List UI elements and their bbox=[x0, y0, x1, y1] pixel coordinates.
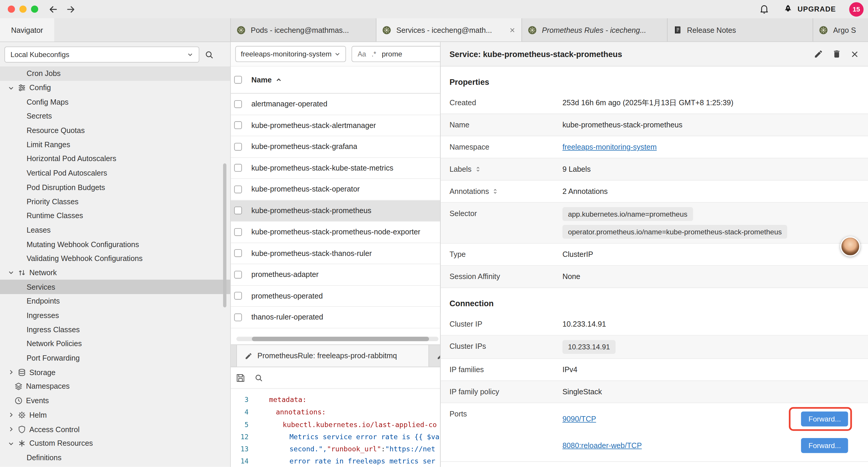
sidebar-item-network-policies[interactable]: Network Policies bbox=[0, 337, 230, 351]
sidebar-item-priority-classes[interactable]: Priority Classes bbox=[0, 195, 230, 209]
sidebar-item-label: Events bbox=[26, 397, 49, 405]
close-icon[interactable] bbox=[850, 50, 859, 59]
sidebar-item-resource-quotas[interactable]: Resource Quotas bbox=[0, 123, 230, 138]
unfold-toggle-icon[interactable] bbox=[492, 188, 498, 195]
detail-label: Created bbox=[440, 99, 562, 107]
notifications-bell-icon[interactable] bbox=[759, 4, 769, 14]
detail-row-annotations: Annotations2 Annotations bbox=[440, 181, 868, 203]
navigator-panel-header: Navigator bbox=[0, 18, 231, 42]
chevron-right-icon[interactable] bbox=[8, 426, 14, 432]
port-link[interactable]: 8080:reloader-web/TCP bbox=[562, 441, 642, 449]
sidebar-item-horizontal-pod-autoscalers[interactable]: Horizontal Pod Autoscalers bbox=[0, 152, 230, 166]
sidebar-item-access-control[interactable]: Access Control bbox=[0, 422, 230, 436]
chevron-down-icon[interactable] bbox=[8, 85, 14, 91]
save-icon[interactable] bbox=[236, 373, 245, 382]
sidebar-item-cron-jobs[interactable]: Cron Jobs bbox=[0, 66, 230, 81]
access-icon bbox=[18, 425, 26, 433]
upgrade-button[interactable]: UPGRADE bbox=[783, 4, 836, 14]
dock-tab-1[interactable]: PrometheusRule: freeleaps-prod-rabbitmq bbox=[236, 345, 429, 367]
user-avatar[interactable] bbox=[840, 236, 860, 256]
tab-2[interactable]: Services - icecheng@math... bbox=[376, 18, 522, 42]
tab-1[interactable]: Pods - icecheng@mathmas... bbox=[231, 18, 376, 42]
row-checkbox[interactable] bbox=[234, 100, 242, 108]
kubeconfig-selector[interactable]: Local Kubeconfigs bbox=[4, 47, 199, 62]
tab-4[interactable]: Release Notes bbox=[668, 18, 813, 42]
sidebar-item-custom-resources[interactable]: Custom Resources bbox=[0, 436, 230, 450]
port-forward-button[interactable]: Forward... bbox=[801, 438, 848, 453]
sidebar-item-namespaces[interactable]: Namespaces bbox=[0, 380, 230, 394]
horizontal-scrollbar[interactable] bbox=[236, 337, 438, 341]
sidebar-item-pod-disruption-budgets[interactable]: Pod Disruption Budgets bbox=[0, 180, 230, 195]
sidebar-item-config-maps[interactable]: Config Maps bbox=[0, 95, 230, 109]
sidebar-search-icon[interactable] bbox=[205, 50, 214, 59]
tab-5[interactable]: Argo S bbox=[813, 18, 868, 42]
minimize-window-button[interactable] bbox=[20, 6, 27, 13]
forward-icon[interactable] bbox=[66, 4, 76, 14]
namespace-selector[interactable]: freeleaps-monitoring-system bbox=[235, 46, 346, 62]
sidebar-item-network[interactable]: Network bbox=[0, 266, 230, 280]
sidebar-item-ingress-classes[interactable]: Ingress Classes bbox=[0, 322, 230, 337]
sidebar-item-ingresses[interactable]: Ingresses bbox=[0, 308, 230, 322]
maximize-window-button[interactable] bbox=[31, 6, 38, 13]
sidebar-item-endpoints[interactable]: Endpoints bbox=[0, 294, 230, 308]
row-checkbox[interactable] bbox=[234, 185, 242, 193]
row-checkbox[interactable] bbox=[234, 207, 242, 214]
sidebar-item-limit-ranges[interactable]: Limit Ranges bbox=[0, 138, 230, 152]
row-checkbox[interactable] bbox=[234, 271, 242, 279]
sidebar-item-helm[interactable]: Helm bbox=[0, 408, 230, 422]
select-all-checkbox[interactable] bbox=[234, 76, 242, 84]
sidebar-item-label: Port Forwarding bbox=[27, 354, 80, 362]
regex-toggle[interactable]: .* bbox=[372, 50, 376, 58]
sidebar-item-storage[interactable]: Storage bbox=[0, 365, 230, 380]
match-case-toggle[interactable]: Aa bbox=[358, 50, 366, 58]
sort-asc-icon[interactable] bbox=[276, 77, 282, 83]
sidebar-item-validating-webhook-configurations[interactable]: Validating Webhook Configurations bbox=[0, 252, 230, 266]
sidebar-item-runtime-classes[interactable]: Runtime Classes bbox=[0, 209, 230, 223]
sidebar-tree: Cron JobsConfigConfig MapsSecretsResourc… bbox=[0, 66, 230, 465]
sidebar-item-label: Network Policies bbox=[27, 340, 82, 348]
delete-icon[interactable] bbox=[832, 49, 841, 59]
tab-3[interactable]: Prometheus Rules - icecheng... bbox=[522, 18, 668, 42]
row-checkbox[interactable] bbox=[234, 228, 242, 236]
row-checkbox[interactable] bbox=[234, 121, 242, 129]
row-checkbox[interactable] bbox=[234, 164, 242, 172]
port-forward-button[interactable]: Forward... bbox=[801, 411, 848, 427]
back-icon[interactable] bbox=[48, 4, 58, 14]
content-area: Local Kubeconfigs Cron JobsConfigConfig … bbox=[0, 42, 868, 467]
edit-icon[interactable] bbox=[814, 49, 823, 59]
row-checkbox[interactable] bbox=[234, 250, 242, 257]
sidebar-item-port-forwarding[interactable]: Port Forwarding bbox=[0, 351, 230, 365]
sidebar-item-events[interactable]: Events bbox=[0, 394, 230, 408]
name-column-header[interactable]: Name bbox=[251, 76, 272, 84]
value-badge: 10.233.14.91 bbox=[562, 340, 616, 354]
sidebar-item-vertical-pod-autoscalers[interactable]: Vertical Pod Autoscalers bbox=[0, 166, 230, 180]
unfold-toggle-icon[interactable] bbox=[475, 166, 481, 172]
chevron-right-icon[interactable] bbox=[8, 369, 14, 375]
detail-value: kube-prometheus-stack-prometheus bbox=[562, 121, 868, 129]
close-window-button[interactable] bbox=[8, 6, 15, 13]
sidebar-item-services[interactable]: Services bbox=[0, 280, 230, 294]
port-link[interactable]: 9090/TCP bbox=[562, 415, 596, 423]
notification-count-badge[interactable]: 15 bbox=[849, 2, 864, 17]
sidebar-item-definitions[interactable]: Definitions bbox=[0, 450, 230, 465]
chevron-right-icon[interactable] bbox=[8, 412, 14, 418]
row-checkbox[interactable] bbox=[234, 292, 242, 300]
sidebar-item-mutating-webhook-configurations[interactable]: Mutating Webhook Configurations bbox=[0, 237, 230, 251]
row-checkbox[interactable] bbox=[234, 313, 242, 321]
chevron-down-icon[interactable] bbox=[8, 440, 14, 447]
row-checkbox[interactable] bbox=[234, 143, 242, 150]
sidebar-item-config[interactable]: Config bbox=[0, 81, 230, 95]
sidebar-item-secrets[interactable]: Secrets bbox=[0, 109, 230, 123]
detail-row-selector: Selectorapp.kubernetes.io/name=prometheu… bbox=[440, 203, 868, 244]
scrollbar-thumb[interactable] bbox=[252, 337, 429, 341]
chevron-down-icon[interactable] bbox=[8, 269, 14, 276]
namespace-link[interactable]: freeleaps-monitoring-system bbox=[562, 143, 657, 151]
sidebar-scrollbar[interactable] bbox=[223, 164, 226, 308]
editor-search-icon[interactable] bbox=[255, 374, 263, 382]
sidebar-item-leases[interactable]: Leases bbox=[0, 223, 230, 237]
sidebar-item-label: Secrets bbox=[27, 112, 52, 120]
close-tab-icon[interactable] bbox=[509, 26, 516, 33]
sidebar-item-label: Ingresses bbox=[27, 311, 59, 320]
service-name: prometheus-adapter bbox=[251, 270, 319, 279]
sidebar-item-label: Endpoints bbox=[27, 297, 60, 305]
